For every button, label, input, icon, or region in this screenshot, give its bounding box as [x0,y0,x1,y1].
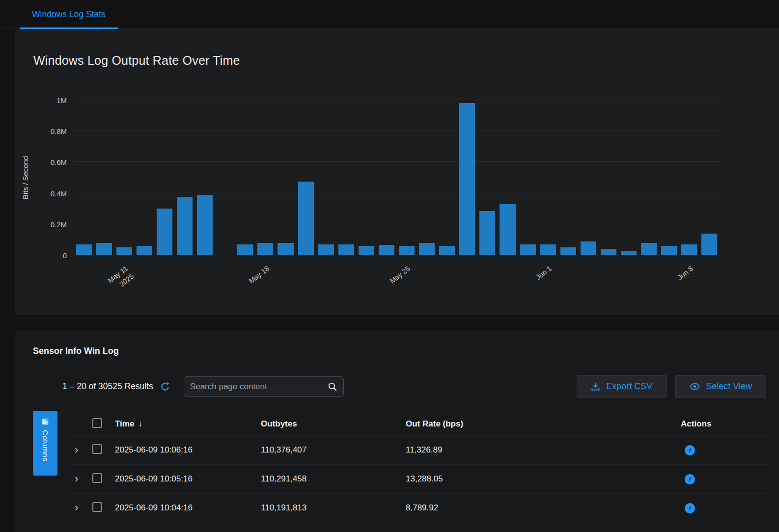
bar-slot [498,100,518,255]
cell-outbytes: 110,291,458 [261,474,406,484]
expand-row-icon[interactable]: › [75,445,78,455]
select-view-button[interactable]: Select View [675,375,766,398]
bar-slot [659,100,679,255]
x-tick-label: May 18 [247,264,272,286]
bar-slot [195,100,215,255]
cell-out-rate: 11,326.89 [406,445,681,455]
bar[interactable] [621,251,637,255]
cell-time: 2025-06-09 10:04:16 [115,503,261,513]
cell-outbytes: 110,376,407 [261,445,406,455]
bar[interactable] [338,244,354,255]
bar[interactable] [500,204,515,255]
select-view-label: Select View [706,381,752,392]
bar[interactable] [459,103,475,255]
table-row: ›2025-06-09 10:05:16110,291,45813,288.05… [69,464,766,493]
bar-slot [154,100,174,255]
search-input[interactable] [190,382,328,392]
bar-slot [578,100,598,255]
info-icon[interactable]: i [685,503,695,513]
export-csv-button[interactable]: Export CSV [577,375,667,398]
table-row: ›2025-06-09 10:06:16110,376,40711,326.89… [69,435,766,464]
bar-slot [174,100,195,255]
bar[interactable] [661,246,677,255]
expand-row-icon[interactable]: › [75,474,78,484]
chart: Bits / Second 00.2M0.4M0.6M0.8M1M [15,100,779,255]
plot-area [74,100,720,255]
chart-panel: Windows Log Output Rate Over Time Bits /… [15,29,779,315]
bar[interactable] [379,245,394,255]
bar-slot [376,100,396,255]
bar[interactable] [116,247,132,255]
bar[interactable] [601,249,616,255]
bar-slot [417,100,437,255]
search-icon[interactable] [328,382,337,392]
refresh-button[interactable] [160,382,170,392]
columns-button[interactable]: ▦ Columns [33,411,57,476]
y-tick-label: 0.8M [51,127,67,135]
bar[interactable] [581,241,596,255]
header-outbytes[interactable]: Outbytes [261,419,406,429]
bar[interactable] [520,244,536,255]
select-all-checkbox[interactable] [92,418,102,428]
bar[interactable] [641,243,657,255]
x-tick-label: Jun 1 [534,264,554,282]
table-row: ›2025-06-09 10:04:16110,191,8138,789.92i [69,493,766,522]
bar-slot [558,100,578,255]
x-tick-label: May 25 [389,264,413,286]
header-out-rate[interactable]: Out Rate (bps) [406,419,681,429]
bar[interactable] [298,182,314,255]
bar-slot [679,100,699,255]
row-checkbox[interactable] [92,444,102,454]
cell-outbytes: 110,191,813 [261,503,406,513]
info-icon[interactable]: i [685,445,695,455]
bar[interactable] [419,243,435,255]
page: Windows Log Stats Windows Log Output Rat… [0,0,779,532]
bar[interactable] [157,209,172,255]
bar[interactable] [359,246,374,255]
y-tick-label: 0 [63,251,67,260]
download-icon [591,382,600,391]
bar-slot [619,100,639,255]
bar[interactable] [177,197,193,256]
bar[interactable] [197,195,213,255]
info-icon[interactable]: i [685,474,695,484]
sort-desc-icon: ↓ [138,419,142,428]
bar[interactable] [278,243,293,255]
tab-windows-log-stats[interactable]: Windows Log Stats [20,0,118,28]
bar[interactable] [257,243,273,255]
chart-title: Windows Log Output Rate Over Time [15,29,779,68]
x-tick-label: May 11 2025 [106,264,136,293]
cell-time: 2025-06-09 10:06:16 [115,445,261,455]
y-axis-ticks: 00.2M0.4M0.6M0.8M1M [35,100,74,255]
bar[interactable] [96,243,112,255]
bar[interactable] [318,244,334,255]
header-actions: Actions [681,419,766,429]
x-axis-ticks: May 11 2025May 18May 25Jun 1Jun 8 [74,258,720,302]
bar[interactable] [76,244,92,255]
bar-slot [134,100,154,255]
bar[interactable] [237,244,253,255]
bar-slot [457,100,477,255]
bar[interactable] [540,244,556,255]
y-tick-label: 1M [56,96,67,105]
cell-out-rate: 8,789.92 [406,503,681,513]
expand-row-icon[interactable]: › [75,503,78,513]
bar-slot [477,100,498,255]
search-box [184,376,344,397]
row-checkbox[interactable] [92,502,102,512]
bar[interactable] [399,246,415,255]
bar-slot [114,100,134,255]
eye-icon [690,381,700,392]
bar[interactable] [701,234,717,255]
bar[interactable] [439,246,455,255]
bar[interactable] [560,247,576,255]
header-time[interactable]: Time↓ [115,419,261,429]
bar[interactable] [137,246,152,255]
y-axis-label: Bits / Second [15,100,35,255]
bar-slot [94,100,114,255]
row-checkbox[interactable] [92,473,102,483]
bar-slot [255,100,276,255]
bar-slot [518,100,538,255]
bar[interactable] [479,211,495,255]
bar[interactable] [681,244,697,255]
